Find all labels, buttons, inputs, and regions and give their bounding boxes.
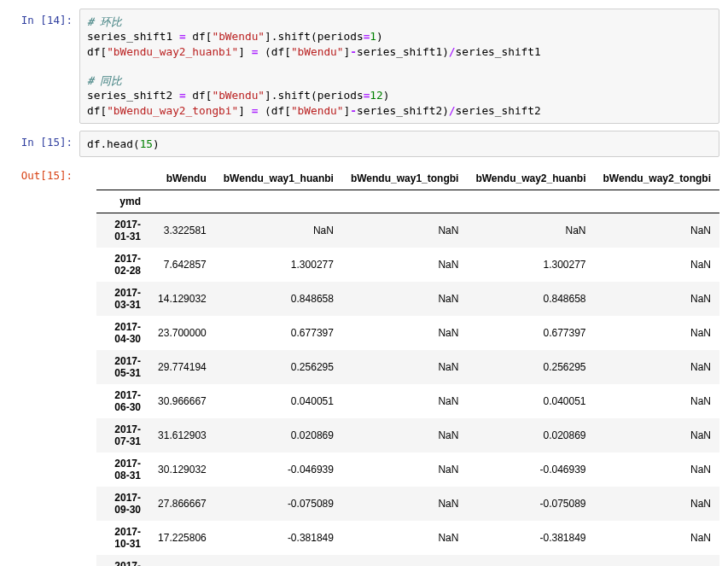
table-cell: 1.300277: [467, 248, 594, 282]
table-row: 2017-02-287.6428571.300277NaN1.300277NaN: [96, 248, 719, 282]
table-cell: NaN: [342, 350, 467, 384]
str-literal: "bWendu": [291, 45, 344, 58]
table-row: 2017-10-3117.225806-0.381849NaN-0.381849…: [96, 521, 719, 555]
col-header: bWendu_way2_huanbi: [467, 167, 594, 190]
str-literal: "bWendu_way2_huanbi": [107, 45, 238, 58]
row-index: 2017-10-31: [96, 521, 149, 555]
table-cell: -0.444632: [467, 555, 594, 566]
table-row: 2017-09-3027.866667-0.075089NaN-0.075089…: [96, 487, 719, 521]
table-cell: 17.225806: [149, 521, 215, 555]
row-index: 2017-05-31: [96, 350, 149, 384]
table-cell: NaN: [595, 521, 719, 555]
table-cell: NaN: [342, 555, 467, 566]
table-row: 2017-06-3030.9666670.040051NaN0.040051Na…: [96, 384, 719, 418]
index-name-row: ymd: [96, 190, 719, 213]
table-cell: NaN: [342, 521, 467, 555]
col-header: bWendu_way2_tongbi: [595, 167, 719, 190]
table-cell: 9.566667: [149, 555, 215, 566]
code-text: ): [153, 137, 160, 150]
table-cell: NaN: [342, 213, 467, 248]
table-cell: -0.075089: [215, 487, 342, 521]
col-header: bWendu_way1_huanbi: [215, 167, 342, 190]
table-cell: 31.612903: [149, 418, 215, 452]
table-cell: 0.256295: [215, 350, 342, 384]
num-literal: 12: [370, 89, 382, 102]
table-cell: 30.129032: [149, 452, 215, 487]
table-cell: 23.700000: [149, 316, 215, 350]
table-row: 2017-03-3114.1290320.848658NaN0.848658Na…: [96, 282, 719, 316]
table-row: 2017-07-3131.6129030.020869NaN0.020869Na…: [96, 418, 719, 452]
col-header: bWendu_way1_tongbi: [342, 167, 467, 190]
code-cell-14: In [14]: # 环比 series_shift1 = df["bWendu…: [9, 9, 719, 124]
table-cell: -0.381849: [215, 521, 342, 555]
table-row: 2017-08-3130.129032-0.046939NaN-0.046939…: [96, 452, 719, 487]
table-cell: 27.866667: [149, 487, 215, 521]
col-header: bWendu: [149, 167, 215, 190]
table-cell: -0.046939: [215, 452, 342, 487]
table-cell: 3.322581: [149, 213, 215, 248]
row-index: 2017-02-28: [96, 248, 149, 282]
table-cell: NaN: [595, 350, 719, 384]
code-cell-15: In [15]: df.head(15): [9, 131, 719, 157]
table-cell: NaN: [342, 316, 467, 350]
table-cell: NaN: [342, 282, 467, 316]
index-name: ymd: [96, 190, 149, 213]
table-cell: -0.075089: [467, 487, 594, 521]
table-cell: 0.677397: [467, 316, 594, 350]
table-cell: 0.848658: [215, 282, 342, 316]
str-literal: "bWendu": [212, 89, 265, 102]
table-row: 2017-04-3023.7000000.677397NaN0.677397Na…: [96, 316, 719, 350]
table-cell: NaN: [342, 452, 467, 487]
table-cell: -0.444632: [215, 555, 342, 566]
table-cell: 0.848658: [467, 282, 594, 316]
code-input-14[interactable]: # 环比 series_shift1 = df["bWendu"].shift(…: [79, 9, 719, 124]
row-index: 2017-08-31: [96, 452, 149, 487]
table-cell: NaN: [595, 555, 719, 566]
output-cell-15: Out[15]: bWendu bWendu_way1_huanbi bWend…: [9, 164, 719, 566]
table-cell: NaN: [467, 213, 594, 248]
table-cell: NaN: [595, 487, 719, 521]
row-index: 2017-11-30: [96, 555, 149, 566]
table-cell: NaN: [342, 384, 467, 418]
out-prompt-15: Out[15]:: [9, 164, 79, 566]
table-cell: NaN: [342, 248, 467, 282]
table-cell: 0.020869: [215, 418, 342, 452]
dataframe-table: bWendu bWendu_way1_huanbi bWendu_way1_to…: [96, 167, 719, 566]
table-row: 2017-11-309.566667-0.444632NaN-0.444632N…: [96, 555, 719, 566]
table-cell: 1.300277: [215, 248, 342, 282]
row-index: 2017-01-31: [96, 213, 149, 248]
row-index: 2017-04-30: [96, 316, 149, 350]
table-cell: NaN: [215, 213, 342, 248]
table-cell: 0.256295: [467, 350, 594, 384]
str-literal: "bWendu": [291, 104, 344, 117]
table-cell: 14.129032: [149, 282, 215, 316]
table-cell: NaN: [595, 282, 719, 316]
code-comment: # 环比: [87, 15, 122, 28]
code-comment: # 同比: [87, 74, 122, 87]
table-cell: 7.642857: [149, 248, 215, 282]
table-cell: 0.677397: [215, 316, 342, 350]
code-input-15[interactable]: df.head(15): [79, 131, 719, 157]
table-cell: NaN: [595, 213, 719, 248]
in-prompt-15: In [15]:: [9, 131, 79, 157]
code-text: df.head(: [87, 137, 140, 150]
str-literal: "bWendu": [212, 30, 265, 43]
table-cell: 0.040051: [467, 384, 594, 418]
table-cell: NaN: [595, 248, 719, 282]
table-cell: NaN: [595, 384, 719, 418]
num-literal: 1: [370, 30, 376, 43]
table-cell: NaN: [595, 418, 719, 452]
table-cell: -0.046939: [467, 452, 594, 487]
table-cell: -0.381849: [467, 521, 594, 555]
table-cell: NaN: [342, 487, 467, 521]
table-row: 2017-01-313.322581NaNNaNNaNNaN: [96, 213, 719, 248]
table-cell: 30.966667: [149, 384, 215, 418]
row-index: 2017-09-30: [96, 487, 149, 521]
output-area-15: bWendu bWendu_way1_huanbi bWendu_way1_to…: [79, 164, 719, 566]
table-header-row: bWendu bWendu_way1_huanbi bWendu_way1_to…: [96, 167, 719, 190]
table-cell: 0.020869: [467, 418, 594, 452]
in-prompt-14: In [14]:: [9, 9, 79, 124]
table-cell: 0.040051: [215, 384, 342, 418]
str-literal: "bWendu_way2_tongbi": [107, 104, 238, 117]
row-index: 2017-06-30: [96, 384, 149, 418]
